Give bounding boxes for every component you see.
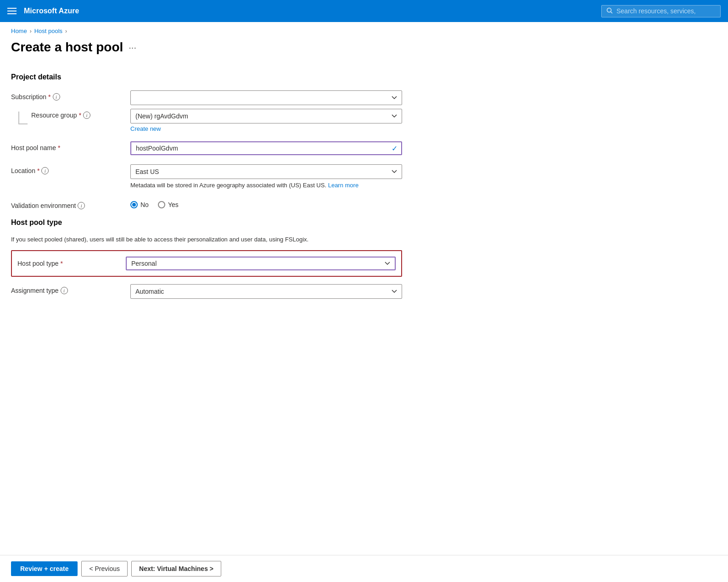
breadcrumb-host-pools[interactable]: Host pools: [34, 28, 62, 34]
svg-line-1: [611, 11, 613, 13]
host-pool-type-control: Personal Pooled: [126, 257, 396, 270]
validation-control: No Yes: [130, 199, 402, 208]
validation-radio-group: No Yes: [130, 199, 402, 208]
assignment-type-label: Assignment type i: [11, 284, 130, 294]
host-pool-name-checkmark-icon: ✓: [392, 144, 398, 153]
subscription-select[interactable]: [130, 90, 402, 105]
top-navigation: Microsoft Azure: [0, 0, 728, 22]
page-title-area: Create a host pool ···: [0, 36, 728, 64]
validation-environment-row: Validation environment i No Yes: [11, 199, 402, 209]
learn-more-link[interactable]: Learn more: [328, 182, 358, 189]
location-select[interactable]: East US: [130, 164, 402, 179]
assignment-type-select[interactable]: Automatic Direct: [130, 284, 402, 299]
assignment-type-row: Assignment type i Automatic Direct: [11, 284, 402, 299]
host-pool-name-input-wrapper: ✓: [130, 141, 402, 155]
resource-group-control: (New) rgAvdGdvm Create new: [130, 109, 402, 132]
location-required: *: [37, 167, 39, 174]
validation-info-icon[interactable]: i: [78, 202, 85, 209]
fslogix-note: If you select pooled (shared), users wil…: [11, 236, 402, 243]
location-row: Location * i East US Metadata will be st…: [11, 164, 402, 190]
subscription-label: Subscription * i: [11, 90, 130, 101]
resource-group-required: *: [79, 112, 81, 119]
assignment-type-control: Automatic Direct: [130, 284, 402, 299]
validation-no-radio[interactable]: [130, 201, 138, 208]
validation-yes-radio[interactable]: [158, 201, 165, 208]
breadcrumb-sep2: ›: [65, 28, 67, 34]
host-pool-type-select[interactable]: Personal Pooled: [126, 257, 396, 270]
host-pool-name-input[interactable]: [130, 141, 402, 155]
svg-point-0: [607, 8, 611, 12]
validation-yes-option[interactable]: Yes: [158, 201, 179, 208]
location-label: Location * i: [11, 164, 130, 174]
resource-group-wrapper: Resource group * i (New) rgAvdGdvm Creat…: [11, 109, 402, 132]
page-title: Create a host pool: [11, 40, 123, 55]
search-input[interactable]: [616, 7, 716, 15]
page-options-button[interactable]: ···: [129, 42, 136, 53]
host-pool-type-required: *: [61, 260, 63, 267]
validation-label: Validation environment i: [11, 199, 130, 209]
section-host-pool-type: Host pool type: [11, 218, 402, 227]
resource-group-select[interactable]: (New) rgAvdGdvm: [130, 109, 402, 123]
search-bar[interactable]: [601, 5, 721, 17]
location-info-icon[interactable]: i: [41, 167, 49, 174]
brand-title: Microsoft Azure: [24, 7, 79, 15]
main-content: Project details Subscription * i Resourc…: [0, 73, 413, 345]
host-pool-type-label: Host pool type *: [17, 260, 126, 267]
host-pool-type-row: Host pool type * Personal Pooled: [11, 250, 402, 277]
create-new-link[interactable]: Create new: [130, 125, 402, 132]
subscription-control: [130, 90, 402, 105]
host-pool-name-required: *: [58, 144, 60, 151]
location-control: East US Metadata will be stored in Azure…: [130, 164, 402, 190]
resource-group-info-icon[interactable]: i: [83, 112, 90, 119]
resource-group-label: Resource group * i: [31, 109, 90, 119]
host-pool-name-row: Host pool name * ✓: [11, 141, 402, 155]
host-pool-type-section: Host pool type If you select pooled (sha…: [11, 218, 402, 299]
subscription-info-icon[interactable]: i: [53, 93, 60, 101]
location-metadata: Metadata will be stored in Azure geograp…: [130, 181, 402, 190]
host-pool-name-label: Host pool name *: [11, 141, 130, 151]
breadcrumb-sep1: ›: [30, 28, 32, 34]
host-pool-name-control: ✓: [130, 141, 402, 155]
section-project-details: Project details: [11, 73, 402, 81]
assignment-type-info-icon[interactable]: i: [61, 287, 68, 294]
breadcrumb-home[interactable]: Home: [11, 28, 27, 34]
breadcrumb: Home › Host pools ›: [0, 22, 728, 36]
search-icon: [606, 7, 613, 15]
hamburger-menu[interactable]: [7, 8, 17, 14]
subscription-required: *: [48, 93, 50, 101]
validation-no-option[interactable]: No: [130, 201, 149, 208]
subscription-row: Subscription * i: [11, 90, 402, 105]
